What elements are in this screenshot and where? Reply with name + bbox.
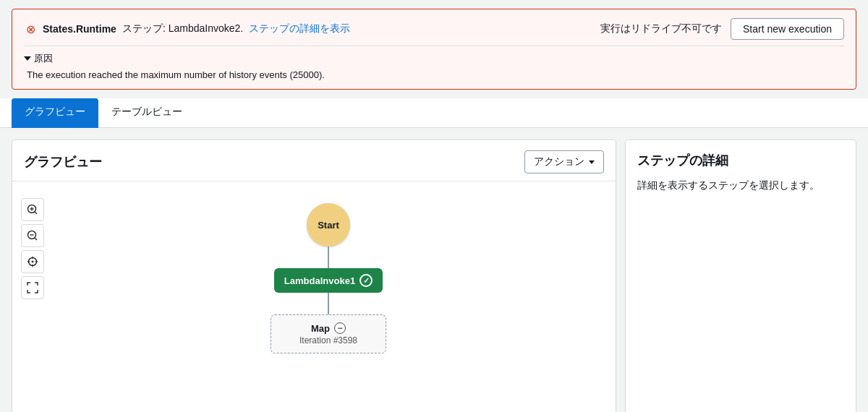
chevron-down-icon	[589, 160, 595, 164]
cause-message: The execution reached the maximum number…	[24, 69, 844, 80]
svg-point-8	[32, 261, 34, 263]
start-node-label: Start	[318, 220, 339, 231]
iteration-label: Iteration #3598	[286, 335, 371, 346]
connector-1	[328, 246, 329, 268]
error-step-text: ステップ: LambdaInvoke2.	[122, 22, 243, 35]
collapse-icon	[24, 56, 31, 61]
success-check-icon: ✓	[359, 274, 373, 287]
cause-label: 原因	[34, 52, 53, 65]
map-label: Map	[311, 323, 330, 334]
graph-controls	[21, 198, 44, 299]
error-detail-link[interactable]: ステップの詳細を表示	[249, 22, 350, 35]
cause-header: 原因	[24, 52, 844, 65]
main-content: グラフビュー アクション	[0, 128, 868, 412]
collapse-map-icon: −	[334, 322, 346, 334]
tab-graph-view[interactable]: グラフビュー	[12, 98, 98, 128]
details-panel: ステップの詳細 詳細を表示するステップを選択します。	[625, 140, 856, 412]
details-panel-title: ステップの詳細	[637, 152, 844, 169]
graph-panel-title: グラフビュー	[24, 153, 102, 171]
map-node-title: Map −	[286, 322, 371, 334]
actions-label: アクション	[534, 155, 584, 168]
flow-diagram: Start LambdaInvoke1 ✓ Map − Iterat	[271, 203, 386, 353]
graph-panel-header: グラフビュー アクション	[12, 140, 616, 181]
error-left: ⊗ States.Runtime ステップ: LambdaInvoke2. ステ…	[24, 22, 350, 35]
redrive-text: 実行はリドライブ不可です	[600, 22, 722, 35]
error-banner: ⊗ States.Runtime ステップ: LambdaInvoke2. ステ…	[12, 9, 856, 90]
map-node[interactable]: Map − Iteration #3598	[271, 314, 386, 353]
zoom-out-icon	[27, 230, 38, 241]
svg-line-6	[35, 238, 37, 240]
fullscreen-icon	[27, 282, 38, 293]
start-node[interactable]: Start	[307, 203, 350, 246]
details-hint: 詳細を表示するステップを選択します。	[637, 179, 844, 192]
zoom-in-icon	[27, 204, 38, 215]
zoom-out-button[interactable]	[21, 224, 44, 247]
center-button[interactable]	[21, 250, 44, 273]
cause-section: 原因 The execution reached the maximum num…	[24, 46, 844, 80]
error-icon: ⊗	[24, 22, 37, 35]
error-right: 実行はリドライブ不可です Start new execution	[600, 18, 844, 40]
svg-line-3	[35, 212, 37, 214]
graph-panel: グラフビュー アクション	[12, 140, 616, 412]
fullscreen-button[interactable]	[21, 276, 44, 299]
tab-table-view[interactable]: テーブルビュー	[98, 98, 195, 128]
graph-canvas: Start LambdaInvoke1 ✓ Map − Iterat	[12, 181, 616, 412]
error-title: States.Runtime	[43, 23, 116, 35]
lambda-invoke1-node[interactable]: LambdaInvoke1 ✓	[274, 268, 383, 293]
error-banner-header: ⊗ States.Runtime ステップ: LambdaInvoke2. ステ…	[24, 18, 844, 40]
actions-button[interactable]: アクション	[524, 150, 604, 173]
start-new-execution-button[interactable]: Start new execution	[731, 18, 844, 40]
connector-2	[328, 293, 329, 314]
zoom-in-button[interactable]	[21, 198, 44, 221]
lambda-invoke1-label: LambdaInvoke1	[284, 275, 355, 286]
tab-bar: グラフビュー テーブルビュー	[0, 98, 868, 128]
center-icon	[27, 256, 38, 267]
